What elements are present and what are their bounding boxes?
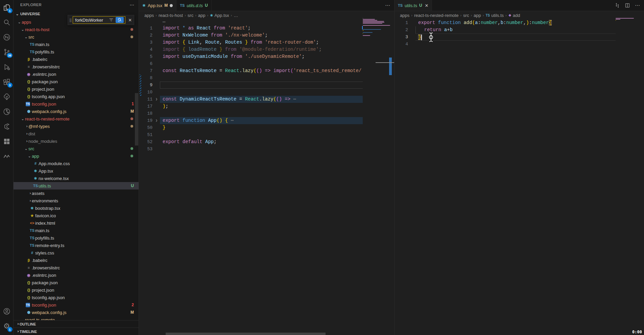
code-line-5[interactable]: 5import useDynamicModule from './useDyna… xyxy=(139,53,394,60)
breadcrumb-item-apps[interactable]: apps xyxy=(144,13,154,18)
outline-section-header[interactable]: ⌄ OUTLINE xyxy=(14,320,139,328)
breadcrumb-item-add[interactable]: ❖add xyxy=(508,13,520,18)
tree-item-polyfills.ts[interactable]: TSpolyfills.ts xyxy=(14,234,139,242)
code-line-9[interactable]: 9 xyxy=(139,82,394,89)
fold-chevron-icon[interactable]: ❯ xyxy=(154,96,159,103)
activity-item-nx-console[interactable] xyxy=(0,30,14,45)
breadcrumb-item-src[interactable]: src xyxy=(463,13,469,18)
tree-item-dist[interactable]: ⌄dist xyxy=(14,130,139,137)
breadcrumb-item-react-ts-nested-remote[interactable]: react-ts-nested-remote xyxy=(414,13,459,18)
code-line-18[interactable]: 18 xyxy=(139,110,394,117)
split-editor-icon[interactable] xyxy=(625,3,630,8)
sidebar-more-actions-icon[interactable]: ⋯ xyxy=(130,2,135,7)
code-line-10[interactable]: 10 xyxy=(139,89,394,96)
tree-item-App.module.css[interactable]: #App.module.css xyxy=(14,160,139,167)
tree-item-polyfills.ts[interactable]: TSpolyfills.ts xyxy=(14,48,139,55)
activity-item-source-control[interactable]: 38 xyxy=(0,45,14,60)
code-line-52[interactable]: 52export default App; xyxy=(139,138,394,146)
code-line-19[interactable]: 19❯export function App() { ⋯ xyxy=(139,117,394,124)
tree-item-.browserslistrc[interactable]: ≡.browserslistrc xyxy=(14,63,139,70)
code-line-2[interactable]: 2 return a+b xyxy=(395,26,644,34)
sidebar-scrollbar[interactable] xyxy=(135,93,138,146)
tree-item-.babelrc[interactable]: β.babelrc xyxy=(14,55,139,63)
activity-item-extensions[interactable]: 3 xyxy=(0,74,14,89)
drag-handle-icon[interactable]: ⣿ xyxy=(69,18,71,22)
dirty-dot-icon[interactable] xyxy=(170,4,173,7)
code-line-4[interactable]: 4import { loadRemote } from '@module-fed… xyxy=(139,46,394,53)
tree-item-react-ts-remote[interactable]: ⌄react-ts-remote xyxy=(14,316,139,320)
tree-item-styles.css[interactable]: #styles.css xyxy=(14,249,139,256)
tree-item-nx-welcome.tsx[interactable]: ⚛nx-welcome.tsx xyxy=(14,175,139,182)
tree-item-App.tsx[interactable]: ⚛App.tsx xyxy=(14,167,139,175)
breadcrumb-item-…[interactable]: … xyxy=(234,13,238,18)
tree-item-react-ts-host[interactable]: ⌄react-ts-host xyxy=(14,26,139,33)
activity-item-settings[interactable]: ⚙1 xyxy=(0,319,14,334)
activity-item-explorer[interactable]: 1 xyxy=(0,0,14,15)
tree-item-bootstrap.tsx[interactable]: ⚛bootstrap.tsx xyxy=(14,204,139,212)
code-line-11[interactable]: 11❯const DynamicReactTsRemote = React.la… xyxy=(139,96,394,103)
tree-item-main.ts[interactable]: TSmain.ts xyxy=(14,227,139,234)
tree-item-tsconfig.app.json[interactable]: {}tsconfig.app.json xyxy=(14,93,139,100)
minimap[interactable] xyxy=(616,14,644,335)
code-line-3[interactable]: 3} xyxy=(395,34,644,41)
code-line-53[interactable]: 53 xyxy=(139,146,394,153)
close-icon[interactable]: ✕ xyxy=(128,18,132,23)
tree-item-tsconfig.json[interactable]: TStsconfig.json1 xyxy=(14,100,139,108)
tree-item-utils.ts[interactable]: TSutils.tsU xyxy=(14,182,139,189)
code-editor[interactable]: ⋯1import * as React from 'react';2import… xyxy=(139,19,394,153)
tab-utils.d.ts[interactable]: TSutils.d.tsU xyxy=(176,0,211,11)
activity-item-search[interactable] xyxy=(0,15,14,30)
tree-item-project.json[interactable]: {}project.json xyxy=(14,85,139,93)
code-line-1[interactable]: 1import * as React from 'react'; xyxy=(139,25,394,32)
more-actions-icon[interactable]: ⋯ xyxy=(385,2,390,8)
code-line-ellipsis[interactable]: ⋯ xyxy=(139,19,394,25)
code-line-1[interactable]: 1export function add(a:number,b:number,)… xyxy=(395,19,644,26)
code-line-2[interactable]: 2import NxWelcome from './nx-welcome'; xyxy=(139,32,394,39)
compare-changes-icon[interactable] xyxy=(615,3,620,8)
code-line-50[interactable]: 50} xyxy=(139,124,394,131)
breadcrumb-item-utils.ts[interactable]: TSutils.ts xyxy=(485,13,504,18)
tree-item-package.json[interactable]: {}package.json xyxy=(14,279,139,286)
breadcrumb-item-src[interactable]: src xyxy=(188,13,193,18)
breadcrumb-item-apps[interactable]: apps xyxy=(400,13,409,18)
code-line-7[interactable]: 7const ReactTsRemote = React.lazy(() => … xyxy=(139,67,394,74)
activity-item-todo-tree[interactable] xyxy=(0,89,14,104)
tree-item-project.json[interactable]: {}project.json xyxy=(14,286,139,294)
tree-item-node_modules[interactable]: ⌄node_modules xyxy=(14,137,139,145)
filter-icon[interactable] xyxy=(109,18,114,22)
breadcrumb-item-app[interactable]: app xyxy=(198,13,206,18)
fuzzy-search-toggle[interactable] xyxy=(116,17,124,23)
close-icon[interactable]: ✕ xyxy=(425,3,429,8)
tree-item-.eslintrc.json[interactable]: ◉.eslintrc.json xyxy=(14,70,139,78)
code-line-4[interactable]: 4 xyxy=(395,41,644,48)
code-line-17[interactable]: 17); xyxy=(139,103,394,110)
code-line-51[interactable]: 51 xyxy=(139,131,394,138)
tree-item-webpack.config.js[interactable]: ⬢webpack.config.jsM xyxy=(14,108,139,115)
tree-item-webpack.config.js[interactable]: ⬢webpack.config.jsM xyxy=(14,309,139,316)
tab-utils.ts[interactable]: TSutils.tsU✕ xyxy=(395,0,432,11)
tree-item-remote-entry.ts[interactable]: TSremote-entry.ts xyxy=(14,242,139,249)
tree-item-src[interactable]: ⌄src xyxy=(14,33,139,41)
fold-chevron-icon[interactable]: ❯ xyxy=(154,117,159,124)
code-line-6[interactable]: 6 xyxy=(139,60,394,67)
tree-item-.eslintrc.json[interactable]: ◉.eslintrc.json xyxy=(14,271,139,279)
tree-item-@mf-types[interactable]: ⌄@mf-types xyxy=(14,122,139,130)
tree-item-index.html[interactable]: <>index.html xyxy=(14,219,139,227)
tree-item-favicon.ico[interactable]: ★favicon.ico xyxy=(14,212,139,219)
tree-item-tsconfig.json[interactable]: TStsconfig.json2 xyxy=(14,301,139,309)
tree-item-tsconfig.app.json[interactable]: {}tsconfig.app.json xyxy=(14,294,139,301)
code-line-8[interactable]: 8 xyxy=(139,74,394,82)
code-editor[interactable]: 1export function add(a:number,b:number,)… xyxy=(395,19,644,48)
activity-item-k-extension[interactable] xyxy=(0,119,14,134)
tree-item-assets[interactable]: ⌄assets xyxy=(14,189,139,197)
activity-item-git-graph[interactable] xyxy=(0,104,14,119)
timeline-section-header[interactable]: ⌄ TIMELINE xyxy=(14,328,139,335)
tree-item-package.json[interactable]: {}package.json xyxy=(14,78,139,85)
activity-item-waves-extension[interactable] xyxy=(0,149,14,164)
activity-item-edge-tools[interactable] xyxy=(0,134,14,149)
tree-item-environments[interactable]: ⌄environments xyxy=(14,197,139,204)
breadcrumb-item-react-ts-host[interactable]: react-ts-host xyxy=(159,13,183,18)
tree-item-main.ts[interactable]: TSmain.ts xyxy=(14,41,139,48)
activity-item-run-debug[interactable] xyxy=(0,60,14,74)
code-line-3[interactable]: 3import { Link, Route, Routes } from 're… xyxy=(139,39,394,46)
